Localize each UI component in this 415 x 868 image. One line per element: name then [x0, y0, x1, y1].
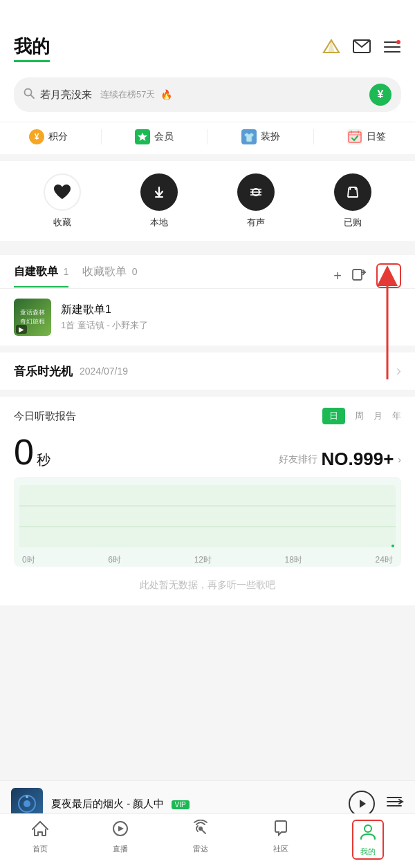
radar-icon — [192, 820, 210, 842]
no-data-text: 此处暂无数据，再多听一些歌吧 — [14, 579, 401, 592]
quick-item-zf[interactable]: 👕 装扮 — [241, 129, 280, 144]
community-icon — [272, 820, 290, 842]
svg-marker-40 — [118, 826, 124, 831]
playlist-thumbnail: 童话森林奇幻旅程 ▶ — [14, 299, 51, 336]
live-icon — [111, 820, 129, 842]
playlist-desc: 1首 童话镇 - 小野来了 — [61, 319, 401, 332]
nav-item-home[interactable]: 首页 — [31, 820, 49, 860]
zf-label: 装扮 — [261, 131, 280, 143]
coin-button[interactable]: ¥ — [369, 84, 391, 106]
chart-label-6: 6时 — [108, 554, 121, 566]
func-item-purchased[interactable]: 已购 — [334, 173, 371, 229]
nav-item-mine[interactable]: 我的 — [352, 820, 384, 860]
svg-point-5 — [396, 40, 400, 44]
queue-icon[interactable] — [386, 794, 404, 813]
vip-badge: VIP — [172, 800, 190, 809]
quick-item-jf[interactable]: ¥ 积分 — [29, 129, 68, 144]
svg-line-24 — [355, 187, 356, 190]
playlist-section: 自建歌单 1 收藏歌单 0 + 童 — [0, 255, 415, 346]
time-machine-arrow: › — [396, 362, 401, 380]
func-item-local[interactable]: 本地 — [140, 173, 178, 229]
svg-rect-28 — [19, 485, 396, 547]
svg-point-33 — [24, 800, 30, 807]
local-label: 本地 — [150, 216, 168, 229]
svg-point-34 — [26, 795, 28, 798]
stats-title: 今日听歌报告 — [14, 410, 76, 423]
audio-icon — [237, 173, 275, 211]
func-item-audio[interactable]: 有声 — [237, 173, 275, 229]
mine-label: 我的 — [360, 847, 376, 857]
svg-rect-25 — [353, 270, 362, 280]
home-label: 首页 — [33, 844, 48, 854]
expand-arrow-button[interactable] — [376, 263, 401, 288]
chart-label-0: 0时 — [22, 554, 35, 566]
tent-icon[interactable] — [322, 37, 340, 59]
radar-label: 雷达 — [193, 844, 208, 854]
nav-item-live[interactable]: 直播 — [111, 820, 129, 860]
header: 我的 — [0, 0, 415, 70]
stats-main: 0 秒 好友排行 NO.999+ › — [14, 434, 401, 470]
hy-label: 会员 — [154, 131, 174, 143]
stats-unit: 秒 — [37, 451, 50, 469]
time-machine-date: 2024/07/19 — [80, 366, 128, 377]
chart-label-12: 12时 — [194, 554, 212, 566]
rank-label: 好友排行 — [279, 453, 317, 466]
stats-header: 今日听歌报告 日 周 月 年 — [14, 408, 401, 424]
stats-tab-month[interactable]: 月 — [374, 410, 382, 422]
stats-tab-week[interactable]: 周 — [355, 410, 364, 422]
svg-marker-9 — [138, 133, 147, 141]
hy-icon — [135, 129, 150, 144]
search-section: 若月亮没来 连续在榜57天 🔥 ¥ — [0, 70, 415, 122]
func-section: 收藏 本地 有声 — [0, 161, 415, 241]
bottom-nav: 首页 直播 雷达 社区 — [0, 813, 415, 868]
purchased-icon — [334, 173, 371, 211]
quick-item-rq[interactable]: 日签 — [347, 129, 386, 144]
tab-actions: + — [333, 263, 401, 288]
divider-1 — [101, 129, 102, 144]
collect-icon — [44, 173, 81, 211]
now-playing-title: 夏夜最后的烟火 - 颜人中 VIP — [51, 798, 190, 809]
stats-rank[interactable]: 好友排行 NO.999+ › — [279, 449, 401, 470]
add-playlist-icon[interactable]: + — [333, 268, 342, 284]
svg-rect-10 — [349, 132, 361, 142]
svg-line-23 — [350, 187, 351, 190]
tab-my-playlist[interactable]: 自建歌单 1 — [14, 265, 68, 287]
divider-3 — [313, 129, 314, 144]
page-title: 我的 — [14, 35, 50, 62]
community-label: 社区 — [273, 844, 288, 854]
local-icon — [140, 173, 178, 211]
purchased-label: 已购 — [344, 216, 362, 229]
coin-label: ¥ — [378, 88, 384, 101]
stats-tab-year[interactable]: 年 — [392, 410, 401, 422]
import-playlist-icon[interactable] — [351, 267, 367, 285]
svg-marker-35 — [360, 800, 366, 808]
nav-item-radar[interactable]: 雷达 — [192, 820, 210, 860]
playlist-play-icon: ▶ — [16, 325, 27, 334]
nav-item-community[interactable]: 社区 — [272, 820, 290, 860]
search-query-text: 若月亮没来 — [40, 88, 92, 102]
time-machine-section[interactable]: 音乐时光机 2024/07/19 › — [0, 352, 415, 390]
rq-label: 日签 — [367, 131, 386, 143]
func-item-collect[interactable]: 收藏 — [44, 173, 81, 229]
search-bar[interactable]: 若月亮没来 连续在榜57天 🔥 ¥ — [14, 77, 401, 112]
zf-icon: 👕 — [241, 129, 257, 144]
divider-2 — [207, 129, 208, 144]
svg-line-42 — [201, 829, 205, 833]
chart-labels: 0时 6时 12时 18时 24时 — [19, 554, 396, 566]
bottom-spacer — [0, 605, 415, 695]
list-menu-icon[interactable] — [383, 39, 401, 58]
quick-item-hy[interactable]: 会员 — [135, 129, 174, 144]
stats-tab-day[interactable]: 日 — [322, 408, 345, 424]
collect-label: 收藏 — [53, 216, 71, 229]
playlist-item[interactable]: 童话森林奇幻旅程 ▶ 新建歌单1 1首 童话镇 - 小野来了 — [0, 289, 415, 346]
chart-container: 0时 6时 12时 18时 24时 — [14, 477, 401, 567]
stats-tabs: 日 周 月 年 — [322, 408, 401, 424]
mail-icon[interactable] — [353, 39, 371, 58]
svg-line-8 — [31, 95, 35, 99]
gap-1 — [0, 154, 415, 161]
svg-point-31 — [391, 545, 394, 547]
rq-icon — [347, 129, 362, 144]
tab-collected-playlist[interactable]: 收藏歌单 0 — [82, 265, 137, 287]
playlist-info: 新建歌单1 1首 童话镇 - 小野来了 — [61, 303, 401, 332]
playlist-name: 新建歌单1 — [61, 303, 401, 317]
